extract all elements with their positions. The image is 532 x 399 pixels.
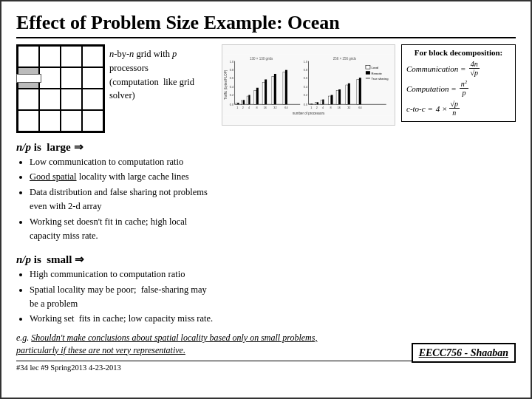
- svg-text:64: 64: [284, 106, 287, 109]
- svg-rect-22: [243, 100, 245, 104]
- svg-rect-25: [254, 91, 256, 105]
- svg-text:16: 16: [264, 106, 267, 109]
- svg-text:4: 4: [248, 106, 250, 109]
- grid-cell: [18, 89, 39, 110]
- svg-text:0.8: 0.8: [230, 69, 233, 72]
- svg-rect-63: [366, 66, 370, 69]
- middle-column: Traffic (bytes/FLOP) number of processor…: [222, 44, 395, 327]
- svg-text:1: 1: [236, 106, 238, 109]
- svg-rect-29: [272, 77, 274, 105]
- svg-text:0.6: 0.6: [304, 77, 307, 80]
- fraction-comp: n2 p: [460, 80, 469, 97]
- svg-text:8: 8: [330, 106, 332, 109]
- grid-cell: [39, 89, 61, 110]
- svg-text:0.2: 0.2: [304, 94, 307, 97]
- grid-cell: [61, 46, 82, 67]
- svg-rect-50: [311, 104, 313, 105]
- grid-cell: [82, 46, 103, 67]
- svg-text:0.2: 0.2: [230, 94, 233, 97]
- grid-cell-highlighted: [18, 67, 39, 89]
- grid-cell: [82, 89, 103, 110]
- formula-computation: Computation = n2 p: [406, 80, 511, 97]
- course-badge: EECC756 - Shaaban: [412, 343, 516, 364]
- small-bullet-list: High communication to computation ratio …: [30, 267, 216, 327]
- n-by-p-description: n-by-n grid with p processors (computati…: [109, 47, 216, 103]
- grid-cell: [61, 67, 82, 89]
- svg-text:16: 16: [338, 106, 341, 109]
- svg-rect-21: [242, 100, 243, 104]
- svg-rect-27: [262, 82, 265, 104]
- svg-rect-28: [265, 79, 267, 104]
- svg-rect-24: [248, 95, 250, 105]
- svg-text:32: 32: [347, 106, 350, 109]
- grid-cell: [39, 67, 61, 89]
- course-name: EECC756 - Shaaban: [419, 347, 508, 358]
- formula-ctoc: c-to-c = 4 × √p n: [406, 100, 511, 117]
- svg-text:0.4: 0.4: [230, 86, 233, 89]
- list-item: Working set doesn't fit in cache; high l…: [30, 215, 216, 244]
- block-decomp-box: For block decomposition: Communication =…: [401, 44, 516, 122]
- grid-diagram: [16, 44, 105, 133]
- grid-cell: [82, 67, 103, 89]
- footer: #34 lec #9 Spring2013 4-23-2013: [16, 361, 412, 372]
- svg-text:0.0: 0.0: [230, 103, 233, 106]
- svg-rect-57: [336, 91, 338, 105]
- svg-text:Remote: Remote: [371, 72, 382, 75]
- bottom-note: e.g. Shouldn't make conclusions about sp…: [16, 332, 516, 357]
- list-item: Good spatial locality with large cache l…: [30, 170, 216, 184]
- grid-cell: [18, 46, 39, 67]
- slide-title: Effect of Problem Size Example: Ocean: [16, 12, 516, 38]
- svg-rect-23: [247, 96, 248, 104]
- svg-rect-55: [329, 96, 331, 104]
- svg-rect-62: [359, 78, 361, 104]
- formula-text: Communication =: [406, 64, 466, 73]
- footer-left: #34 lec #9 Spring2013 4-23-2013: [16, 364, 121, 372]
- svg-rect-51: [316, 102, 317, 104]
- svg-rect-20: [237, 103, 239, 104]
- svg-text:True sharing: True sharing: [371, 77, 389, 81]
- svg-text:0.4: 0.4: [304, 86, 307, 89]
- large-section-header: n/p is large ⇒: [16, 140, 216, 154]
- svg-rect-61: [357, 79, 359, 104]
- svg-rect-56: [331, 95, 333, 105]
- svg-rect-53: [321, 100, 322, 104]
- grid-cell: [82, 110, 103, 132]
- svg-rect-30: [274, 74, 276, 104]
- svg-text:0.8: 0.8: [304, 69, 307, 72]
- slide: Effect of Problem Size Example: Ocean: [0, 0, 532, 399]
- grid-cell: [61, 110, 82, 132]
- svg-text:4: 4: [322, 106, 324, 109]
- list-item: Data distribution and false sharing not …: [30, 185, 216, 214]
- large-section: n/p is large ⇒ Low communication to comp…: [16, 136, 216, 244]
- svg-text:64: 64: [358, 106, 361, 109]
- svg-rect-19: [236, 103, 237, 105]
- svg-text:Local: Local: [371, 66, 378, 69]
- list-item: Low communication to computation ratio: [30, 155, 216, 169]
- small-section-header: n/p is small ⇒: [16, 253, 216, 266]
- chart-area: Traffic (bytes/FLOP) number of processor…: [222, 44, 395, 126]
- svg-text:0.0: 0.0: [304, 103, 307, 106]
- svg-text:1: 1: [310, 106, 312, 109]
- svg-text:1.0: 1.0: [304, 61, 307, 64]
- list-item: High communication to computation ratio: [30, 267, 216, 282]
- grid-cell: [18, 110, 39, 132]
- svg-rect-26: [256, 88, 259, 105]
- svg-rect-54: [322, 100, 324, 105]
- svg-text:1.0: 1.0: [230, 61, 233, 64]
- list-item: Working set fits in cache; low capacity …: [30, 312, 216, 326]
- list-item: Spatial locality may be poor; false-shar…: [30, 283, 216, 312]
- small-section: n/p is small ⇒ High communication to com…: [16, 248, 216, 327]
- content-area: n-by-n grid with p processors (computati…: [16, 44, 516, 327]
- chart-svg: Traffic (bytes/FLOP) number of processor…: [222, 45, 395, 125]
- grid-cell: [39, 110, 61, 132]
- svg-text:2: 2: [242, 106, 244, 109]
- right-column: For block decomposition: Communication =…: [401, 44, 516, 327]
- svg-rect-52: [317, 102, 318, 104]
- svg-text:32: 32: [273, 106, 276, 109]
- grid-top-area: n-by-n grid with p processors (computati…: [16, 44, 216, 133]
- grid-cell: [61, 89, 82, 110]
- block-decomp-title: For block decomposition:: [406, 48, 511, 57]
- svg-rect-60: [348, 83, 350, 105]
- svg-rect-65: [366, 71, 370, 75]
- large-bullet-list: Low communication to computation ratio G…: [30, 155, 216, 243]
